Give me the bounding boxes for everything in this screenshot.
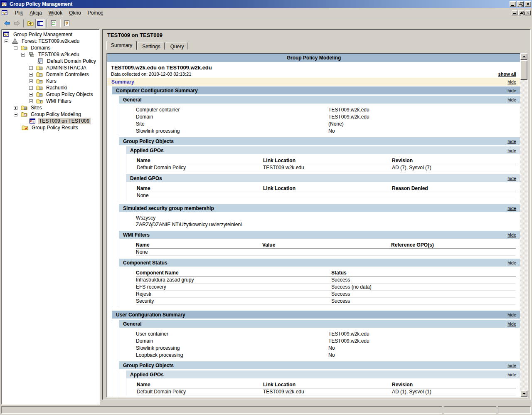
hide-link[interactable]: hide [507, 372, 516, 377]
child-minimize-button[interactable] [512, 10, 517, 15]
tree-item-label: ADMINISTRACJA [45, 64, 88, 71]
menu-plik[interactable]: Plik [12, 9, 26, 17]
minimize-button[interactable] [510, 1, 516, 7]
hide-link[interactable]: hide [507, 312, 516, 317]
hide-link[interactable]: hide [507, 139, 516, 144]
back-arrow-icon [4, 20, 10, 27]
expand-expander-icon[interactable] [29, 99, 33, 103]
collapse-expander-icon[interactable] [21, 53, 25, 57]
sites-folder-icon [21, 104, 27, 111]
tree-item-group-policy-modeling[interactable]: Group Policy Modeling [2, 111, 99, 118]
hide-link[interactable]: hide [507, 97, 516, 102]
user-applied-gpos-band: Applied GPOs hide [126, 371, 520, 378]
wmi-folder-icon [36, 98, 43, 104]
scroll-up-button[interactable] [520, 53, 527, 60]
show-console-tree-toggle[interactable] [35, 19, 45, 28]
tree-item-test009-on-test009[interactable]: TEST009 on TEST009 [2, 118, 99, 124]
scrollbar-thumb[interactable] [520, 60, 527, 80]
tree-item-default-domain-policy[interactable]: Default Domain Policy [2, 58, 99, 64]
results-pane: TEST009 on TEST009 Summary Settings Quer… [102, 29, 531, 400]
toolbar-separator [47, 20, 47, 27]
expand-expander-icon[interactable] [14, 106, 17, 110]
wmi-filters-band: WMI Filters hide [119, 231, 520, 239]
menu-akcja[interactable]: Akcja [26, 9, 45, 17]
app-window: Group Policy Management × Plik Akcja Wid… [0, 0, 532, 415]
collapse-expander-icon[interactable] [14, 46, 17, 50]
hide-link[interactable]: hide [507, 148, 516, 153]
tree-item-label: Default Domain Policy [46, 58, 97, 64]
show-all-link[interactable]: show all [498, 72, 516, 77]
toolbar [0, 18, 532, 29]
hide-link[interactable]: hide [507, 79, 516, 84]
denied-gpos-band: Denied GPOs hide [126, 174, 520, 182]
tree-item-label: Rachunki [45, 84, 68, 91]
expand-expander-icon[interactable] [29, 86, 33, 90]
tree-item-kurs[interactable]: Kurs [2, 78, 99, 84]
tab-settings[interactable]: Settings [138, 42, 165, 50]
modeling-folder-icon [21, 111, 27, 118]
close-button[interactable]: × [525, 1, 531, 7]
hide-link[interactable]: hide [507, 232, 516, 237]
title-bar: Group Policy Management × [0, 0, 532, 8]
tree-item-label: Group Policy Objects [45, 91, 94, 98]
tree-item-domain-test009[interactable]: TEST009.w2k.edu [2, 51, 99, 58]
up-one-level-button[interactable] [25, 19, 35, 28]
expand-expander-icon[interactable] [29, 79, 33, 83]
tree-item-administracja[interactable]: ADMINISTRACJA [2, 64, 99, 71]
collapse-expander-icon[interactable] [5, 40, 8, 43]
expand-expander-icon[interactable] [29, 93, 33, 96]
tab-strip: Summary Settings Query [106, 41, 189, 50]
user-gpo-band: Group Policy Objects hide [119, 361, 520, 369]
expand-expander-icon[interactable] [29, 66, 33, 70]
help-button[interactable] [62, 19, 72, 28]
console-icon [3, 31, 10, 38]
tree-item-rachunki[interactable]: Rachunki [2, 84, 99, 91]
refresh-icon [50, 20, 57, 27]
tree-item-domains[interactable]: Domains [2, 44, 99, 51]
up-folder-icon [27, 20, 34, 27]
simulated-membership-band: Simulated security group membership hide [119, 204, 520, 212]
table-row: RejestrSuccess [136, 291, 516, 298]
hide-link[interactable]: hide [507, 321, 516, 326]
ou-folder-icon [36, 78, 43, 84]
tree-item-label: WMI Filters [45, 98, 73, 104]
table-row: SecuritySuccess [136, 298, 516, 305]
tree-item-label: Sites [30, 104, 43, 111]
hide-link[interactable]: hide [507, 363, 516, 368]
menu-okno[interactable]: Okno [66, 9, 84, 17]
tree-item-forest[interactable]: Forest: TEST009.w2k.edu [2, 38, 99, 44]
menu-widok[interactable]: Widok [45, 9, 66, 17]
collapse-expander-icon[interactable] [14, 113, 17, 116]
menu-pomoc[interactable]: Pomoc [84, 9, 106, 17]
hide-link[interactable]: hide [507, 206, 516, 211]
computer-general-band: General hide [119, 96, 520, 104]
vertical-scrollbar[interactable] [520, 53, 527, 397]
table-header: NameValueReference GPO(s) [136, 241, 516, 249]
child-restore-button[interactable] [518, 10, 524, 15]
tree-item-group-policy-objects[interactable]: Group Policy Objects [2, 91, 99, 98]
user-config-band: User Configuration Summary hide [112, 311, 520, 319]
report-header-band: Group Policy Modeling [107, 54, 520, 62]
hide-link[interactable]: hide [507, 88, 516, 93]
menu-bar: Plik Akcja Widok Okno Pomoc × [0, 8, 532, 18]
table-header: NameLink LocationRevision [137, 381, 516, 388]
tree-item-domain-controllers[interactable]: Domain Controllers [2, 71, 99, 78]
tree-item-sites[interactable]: Sites [2, 104, 99, 111]
summary-band: Summary hide [107, 78, 520, 86]
general-row: User containerTEST009.w2k.edu [136, 330, 516, 337]
tab-summary[interactable]: Summary [106, 41, 137, 50]
tree-item-wmi-filters[interactable]: WMI Filters [2, 98, 99, 104]
console-document-icon [2, 10, 8, 16]
tab-query[interactable]: Query [166, 42, 189, 50]
restore-button[interactable] [517, 1, 524, 7]
hide-link[interactable]: hide [507, 176, 516, 181]
app-icon [1, 1, 8, 7]
tree-item-group-policy-results[interactable]: Group Policy Results [2, 124, 99, 131]
tree-item-group-policy-management[interactable]: Group Policy Management [2, 31, 99, 38]
hide-link[interactable]: hide [507, 260, 516, 265]
gpo-link-icon [37, 58, 44, 64]
refresh-button[interactable] [49, 19, 59, 28]
back-button[interactable] [2, 19, 12, 28]
scroll-down-button[interactable] [520, 390, 527, 397]
expand-expander-icon[interactable] [29, 73, 33, 77]
